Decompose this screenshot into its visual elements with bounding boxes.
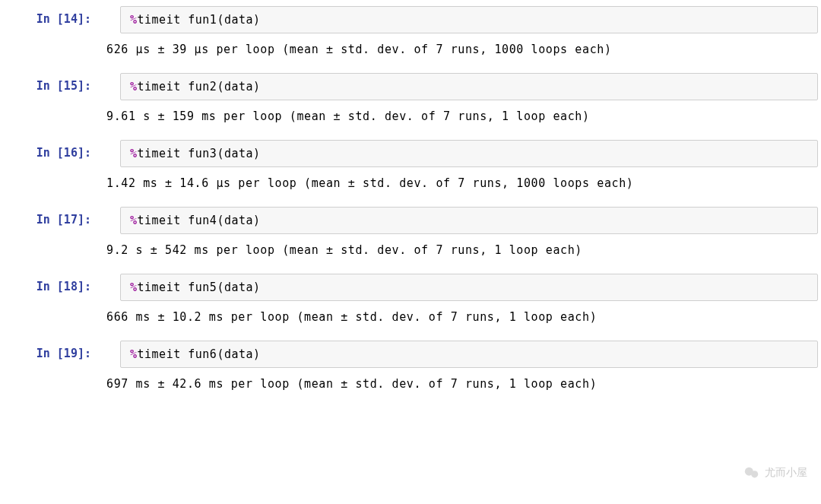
code-input[interactable]: %timeit fun4(data) xyxy=(120,207,818,234)
magic-percent: % xyxy=(130,13,138,27)
code-line: %timeit fun2(data) xyxy=(130,80,261,94)
magic-command: timeit xyxy=(138,13,181,27)
argument: data xyxy=(224,214,253,227)
function-name: fun4 xyxy=(188,214,217,227)
magic-percent: % xyxy=(130,281,138,294)
magic-percent: % xyxy=(130,80,138,94)
close-paren: ) xyxy=(253,147,261,160)
run-indicator[interactable] xyxy=(96,341,114,368)
code-input[interactable]: %timeit fun1(data) xyxy=(120,6,818,33)
close-paren: ) xyxy=(253,214,261,227)
input-row: In [15]: %timeit fun2(data) xyxy=(3,73,818,100)
input-prompt: In [15]: xyxy=(3,73,96,100)
notebook-cell: In [17]: %timeit fun4(data) 9.2 s ± 542 … xyxy=(3,207,818,257)
close-paren: ) xyxy=(253,13,261,27)
notebook-cell: In [15]: %timeit fun2(data) 9.61 s ± 159… xyxy=(3,73,818,123)
function-name: fun2 xyxy=(188,80,217,94)
open-paren: ( xyxy=(217,80,224,94)
input-row: In [19]: %timeit fun6(data) xyxy=(3,341,818,368)
cell-output: 697 ms ± 42.6 ms per loop (mean ± std. d… xyxy=(3,368,818,391)
code-line: %timeit fun3(data) xyxy=(130,147,261,160)
notebook-cell: In [16]: %timeit fun3(data) 1.42 ms ± 14… xyxy=(3,140,818,190)
open-paren: ( xyxy=(217,147,224,160)
argument: data xyxy=(224,13,253,27)
function-name: fun3 xyxy=(188,147,217,160)
code-line: %timeit fun4(data) xyxy=(130,214,261,227)
code-line: %timeit fun1(data) xyxy=(130,13,261,27)
magic-command: timeit xyxy=(138,214,181,227)
notebook-cell: In [14]: %timeit fun1(data) 626 µs ± 39 … xyxy=(3,6,818,56)
open-paren: ( xyxy=(217,13,224,27)
input-prompt: In [18]: xyxy=(3,274,96,301)
close-paren: ) xyxy=(253,347,261,361)
code-input[interactable]: %timeit fun2(data) xyxy=(120,73,818,100)
input-row: In [18]: %timeit fun5(data) xyxy=(3,274,818,301)
magic-percent: % xyxy=(130,147,138,160)
magic-percent: % xyxy=(130,214,138,227)
argument: data xyxy=(224,80,253,94)
cell-output: 9.61 s ± 159 ms per loop (mean ± std. de… xyxy=(3,100,818,123)
magic-command: timeit xyxy=(138,80,181,94)
cell-output: 9.2 s ± 542 ms per loop (mean ± std. dev… xyxy=(3,234,818,257)
argument: data xyxy=(224,347,253,361)
cell-output: 626 µs ± 39 µs per loop (mean ± std. dev… xyxy=(3,33,818,56)
run-indicator[interactable] xyxy=(96,73,114,100)
open-paren: ( xyxy=(217,214,224,227)
run-indicator[interactable] xyxy=(96,6,114,33)
input-prompt: In [16]: xyxy=(3,140,96,167)
open-paren: ( xyxy=(217,347,224,361)
input-prompt: In [19]: xyxy=(3,341,96,368)
magic-command: timeit xyxy=(138,347,181,361)
close-paren: ) xyxy=(253,80,261,94)
run-indicator[interactable] xyxy=(96,207,114,234)
code-line: %timeit fun6(data) xyxy=(130,347,261,361)
notebook-cell: In [19]: %timeit fun6(data) 697 ms ± 42.… xyxy=(3,341,818,391)
code-input[interactable]: %timeit fun6(data) xyxy=(120,341,818,368)
run-indicator[interactable] xyxy=(96,140,114,167)
run-indicator[interactable] xyxy=(96,274,114,301)
notebook-cell: In [18]: %timeit fun5(data) 666 ms ± 10.… xyxy=(3,274,818,324)
open-paren: ( xyxy=(217,281,224,294)
code-line: %timeit fun5(data) xyxy=(130,281,261,294)
code-input[interactable]: %timeit fun3(data) xyxy=(120,140,818,167)
input-row: In [16]: %timeit fun3(data) xyxy=(3,140,818,167)
input-prompt: In [14]: xyxy=(3,6,96,33)
input-prompt: In [17]: xyxy=(3,207,96,234)
argument: data xyxy=(224,281,253,294)
code-input[interactable]: %timeit fun5(data) xyxy=(120,274,818,301)
close-paren: ) xyxy=(253,281,261,294)
function-name: fun5 xyxy=(188,281,217,294)
input-row: In [14]: %timeit fun1(data) xyxy=(3,6,818,33)
argument: data xyxy=(224,147,253,160)
magic-command: timeit xyxy=(138,281,181,294)
input-row: In [17]: %timeit fun4(data) xyxy=(3,207,818,234)
cell-output: 1.42 ms ± 14.6 µs per loop (mean ± std. … xyxy=(3,167,818,190)
magic-percent: % xyxy=(130,347,138,361)
cell-output: 666 ms ± 10.2 ms per loop (mean ± std. d… xyxy=(3,301,818,324)
magic-command: timeit xyxy=(138,147,181,160)
function-name: fun1 xyxy=(188,13,217,27)
function-name: fun6 xyxy=(188,347,217,361)
